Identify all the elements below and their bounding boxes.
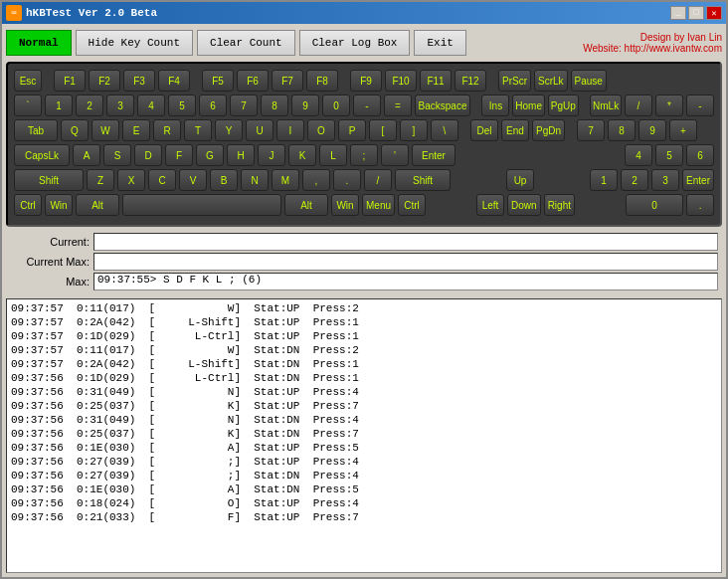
key-f7[interactable]: F7 [272,70,303,92]
key-backspace[interactable]: Backspace [415,95,470,116]
key-enter[interactable]: Enter [412,144,455,166]
key-5[interactable]: 5 [168,95,196,116]
exit-button[interactable]: Exit [414,30,465,56]
key-f11[interactable]: F11 [420,70,452,92]
key-d[interactable]: D [134,144,162,166]
key-a[interactable]: A [73,144,100,166]
key-k[interactable]: K [288,144,316,166]
key-np3[interactable]: 3 [651,169,679,191]
max-field[interactable]: 09:37:55> S D F K L ; (6) [93,273,718,290]
key-r[interactable]: R [153,119,181,141]
key-slash[interactable]: / [364,169,392,191]
maximize-button[interactable]: □ [688,6,704,20]
key-i[interactable]: I [276,119,304,141]
key-f6[interactable]: F6 [237,70,269,92]
key-quote[interactable]: ' [381,144,409,166]
key-8[interactable]: 8 [261,95,288,116]
key-np-minus[interactable]: - [686,95,714,116]
key-e[interactable]: E [122,119,150,141]
key-np9[interactable]: 9 [638,119,666,141]
key-np-star[interactable]: * [655,95,683,116]
key-s[interactable]: S [103,144,131,166]
key-space[interactable] [122,194,281,216]
key-lwin[interactable]: Win [45,194,73,216]
key-del[interactable]: Del [470,119,498,141]
key-f1[interactable]: F1 [54,70,86,92]
key-np-plus[interactable]: + [669,119,697,141]
key-np5[interactable]: 5 [655,144,683,166]
key-7[interactable]: 7 [230,95,258,116]
key-up[interactable]: Up [506,169,534,191]
key-comma[interactable]: , [302,169,330,191]
key-4[interactable]: 4 [137,95,165,116]
key-f[interactable]: F [165,144,193,166]
key-prtscr[interactable]: PrScr [498,70,531,92]
key-semicolon[interactable]: ; [350,144,378,166]
key-period[interactable]: . [333,169,361,191]
key-f5[interactable]: F5 [202,70,234,92]
key-esc[interactable]: Esc [14,70,42,92]
key-home[interactable]: Home [512,95,544,116]
key-v[interactable]: V [179,169,207,191]
key-backslash[interactable]: \ [431,119,458,141]
key-lshift[interactable]: Shift [14,169,84,191]
key-numlk[interactable]: NmLk [590,95,622,116]
hide-key-count-button[interactable]: Hide Key Count [76,30,193,56]
log-area[interactable]: 09:37:57 0:11(017) [ W] Stat:UP Press:20… [6,298,722,573]
key-np-enter[interactable]: Enter [682,169,714,191]
key-lbracket[interactable]: [ [369,119,397,141]
key-rctrl[interactable]: Ctrl [398,194,426,216]
key-menu[interactable]: Menu [362,194,395,216]
key-j[interactable]: J [258,144,285,166]
key-l[interactable]: L [319,144,347,166]
key-u[interactable]: U [246,119,273,141]
key-pgup[interactable]: PgUp [548,95,579,116]
key-3[interactable]: 3 [106,95,134,116]
key-w[interactable]: W [91,119,119,141]
key-ralt[interactable]: Alt [284,194,328,216]
key-backtick[interactable]: ` [14,95,42,116]
minimize-button[interactable]: _ [670,6,686,20]
key-pgdn[interactable]: PgDn [532,119,565,141]
key-2[interactable]: 2 [76,95,103,116]
key-c[interactable]: C [148,169,176,191]
key-1[interactable]: 1 [45,95,73,116]
key-lctrl[interactable]: Ctrl [14,194,42,216]
key-minus[interactable]: - [353,95,381,116]
key-n[interactable]: N [241,169,269,191]
key-down[interactable]: Down [507,194,541,216]
key-f9[interactable]: F9 [350,70,382,92]
key-left[interactable]: Left [476,194,504,216]
key-y[interactable]: Y [215,119,243,141]
key-np8[interactable]: 8 [608,119,636,141]
key-p[interactable]: P [338,119,366,141]
key-np-slash[interactable]: / [625,95,652,116]
key-np4[interactable]: 4 [625,144,652,166]
key-h[interactable]: H [227,144,255,166]
key-z[interactable]: Z [87,169,114,191]
key-np2[interactable]: 2 [621,169,648,191]
key-f8[interactable]: F8 [306,70,338,92]
key-x[interactable]: X [117,169,145,191]
key-right[interactable]: Right [544,194,575,216]
key-t[interactable]: T [184,119,212,141]
clear-log-box-button[interactable]: Clear Log Box [299,30,411,56]
key-0[interactable]: 0 [322,95,350,116]
key-tab[interactable]: Tab [14,119,58,141]
key-m[interactable]: M [272,169,299,191]
key-f12[interactable]: F12 [455,70,486,92]
current-field[interactable] [93,233,718,251]
normal-button[interactable]: Normal [6,30,72,56]
key-b[interactable]: B [210,169,238,191]
key-f2[interactable]: F2 [89,70,120,92]
key-np7[interactable]: 7 [577,119,605,141]
key-rwin[interactable]: Win [331,194,359,216]
key-9[interactable]: 9 [291,95,319,116]
key-np1[interactable]: 1 [590,169,618,191]
key-q[interactable]: Q [61,119,89,141]
key-np6[interactable]: 6 [686,144,714,166]
key-equals[interactable]: = [384,95,412,116]
key-g[interactable]: G [196,144,224,166]
key-pause[interactable]: Pause [571,70,607,92]
key-end[interactable]: End [501,119,529,141]
